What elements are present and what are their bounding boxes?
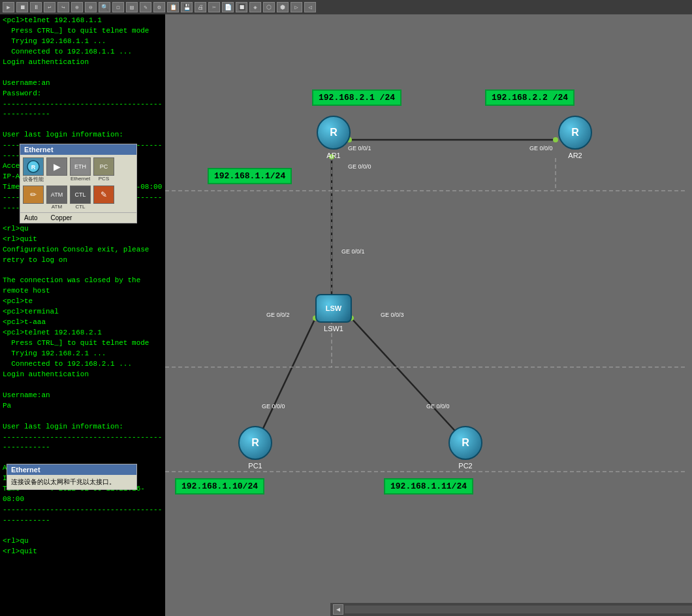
toolbar-btn-10[interactable]: ▤ — [126, 2, 138, 12]
ip-label-pc2: 192.168.1.11/24 — [384, 478, 473, 494]
toolbar-btn-5[interactable]: ↪ — [57, 2, 69, 12]
ip-label-ar2-wan: 192.168.2.2 /24 — [485, 89, 574, 106]
toolbar-btn-13[interactable]: 📋 — [167, 2, 179, 12]
tooltip-icon-device[interactable]: R 设备性能 — [23, 157, 44, 183]
toolbar-btn-6[interactable]: ⊕ — [71, 2, 83, 12]
tooltip-header-1: Ethernet — [20, 144, 136, 155]
toolbar-btn-9[interactable]: ◻ — [112, 2, 124, 12]
toolbar-btn-2[interactable]: ⏹ — [16, 2, 28, 12]
toolbar-btn-7[interactable]: ⊖ — [85, 2, 97, 12]
tooltip-icon-pcs[interactable]: PC PCS — [93, 157, 114, 183]
toolbar-btn-3[interactable]: ⏸ — [30, 2, 42, 12]
port-lsw1-ge002: GE 0/0/2 — [266, 312, 290, 318]
toolbar-btn-16[interactable]: ✂ — [208, 2, 220, 12]
network-connections — [165, 14, 692, 616]
toolbar-btn-17[interactable]: 📄 — [222, 2, 234, 12]
tooltip-icon-ethernet[interactable]: ETH Ethernet — [70, 157, 91, 183]
toolbar-btn-19[interactable]: ◈ — [249, 2, 261, 12]
tooltip-ethernet-desc: 连接设备的以太网和千兆以太接口。 — [11, 478, 116, 485]
pc1-icon: R — [238, 426, 272, 460]
toolbar-btn-11[interactable]: ✎ — [140, 2, 151, 12]
ar1-icon: R — [317, 116, 351, 150]
ar2-icon: R — [558, 116, 592, 150]
node-pc1[interactable]: R PC1 — [236, 426, 275, 470]
port-pc2-ge000: GE 0/0/0 — [426, 403, 450, 410]
tooltip-copper-label: Copper — [51, 214, 72, 221]
node-lsw1[interactable]: LSW LSW1 — [314, 294, 353, 332]
port-pc1-ge000: GE 0/0/0 — [262, 403, 285, 410]
toolbar-btn-12[interactable]: ⚙ — [153, 2, 165, 12]
toolbar-btn-18[interactable]: 🔲 — [236, 2, 247, 12]
svg-text:R: R — [31, 164, 36, 170]
toolbar: ▶ ⏹ ⏸ ↩ ↪ ⊕ ⊖ 🔍 ◻ ▤ ✎ ⚙ 📋 💾 🖨 ✂ 📄 🔲 ◈ ⬡ … — [0, 0, 692, 14]
port-lsw1-ge001: GE 0/0/1 — [341, 248, 365, 255]
tooltip-ethernet-popup: Ethernet 连接设备的以太网和千兆以太接口。 — [7, 464, 137, 490]
port-lsw1-ge003: GE 0/0/3 — [381, 312, 404, 318]
ar1-label: AR1 — [326, 152, 340, 159]
ar2-label: AR2 — [568, 152, 582, 159]
tooltip-auto-label: Auto — [24, 214, 38, 221]
tooltip-icon-atm[interactable]: ATM ATM — [46, 186, 67, 210]
tooltip-header-2: Ethernet — [7, 464, 136, 475]
pc1-label: PC1 — [248, 462, 262, 470]
toolbar-btn-23[interactable]: ◁ — [304, 2, 316, 12]
toolbar-btn-14[interactable]: 💾 — [181, 2, 193, 12]
tooltip-icon-pencil2[interactable]: ✎ — [93, 186, 114, 210]
port-ar2-ge000: GE 0/0/0 — [529, 145, 553, 152]
lsw1-label: LSW1 — [324, 325, 343, 332]
toolbar-btn-4[interactable]: ↩ — [44, 2, 55, 12]
diagram-area: 192.168.2.1 /24 192.168.2.2 /24 192.168.… — [165, 14, 692, 616]
pc2-icon: R — [448, 426, 482, 460]
svg-line-4 — [257, 318, 315, 442]
port-ar1-ge000: GE 0/0/0 — [348, 163, 371, 170]
toolbar-btn-1[interactable]: ▶ — [3, 2, 14, 12]
toolbar-btn-15[interactable]: 🖨 — [195, 2, 206, 12]
terminal-panel: <pcl>telnet 192.168.1.1 Press CTRL_] to … — [0, 14, 165, 616]
ip-label-ar1-lan: 192.168.1.1/24 — [208, 168, 292, 184]
ip-label-ar1-wan: 192.168.2.1 /24 — [312, 89, 401, 106]
toolbar-btn-20[interactable]: ⬡ — [263, 2, 275, 12]
node-ar2[interactable]: R AR2 — [556, 116, 595, 159]
node-pc2[interactable]: R PC2 — [446, 426, 485, 470]
pc2-label: PC2 — [458, 462, 472, 470]
bottom-scrollbar: ◀ ▶ — [330, 603, 692, 616]
tooltip-device-popup: Ethernet R 设备性能 ▶ ETH Ethernet — [20, 144, 137, 223]
svg-line-5 — [351, 318, 465, 442]
ip-label-pc1: 192.168.1.10/24 — [175, 478, 264, 494]
tooltip-icon-ctl[interactable]: CTL CTL — [70, 186, 91, 210]
toolbar-btn-21[interactable]: ⬢ — [277, 2, 289, 12]
tooltip-icon-pencil[interactable]: ✏ — [23, 186, 44, 210]
node-ar1[interactable]: R AR1 — [314, 116, 353, 159]
toolbar-btn-22[interactable]: ▷ — [291, 2, 302, 12]
toolbar-btn-8[interactable]: 🔍 — [99, 2, 110, 12]
scroll-left-btn[interactable]: ◀ — [333, 604, 343, 615]
tooltip-icon-arrow[interactable]: ▶ — [46, 157, 67, 183]
